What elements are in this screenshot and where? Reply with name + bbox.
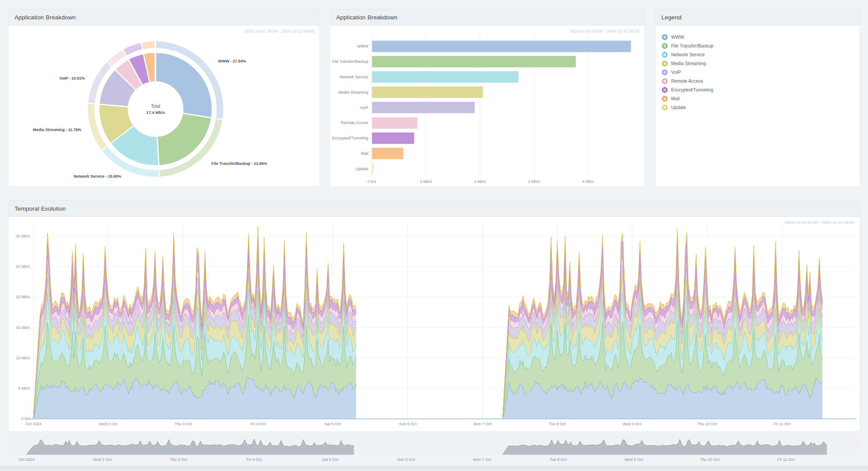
navigator-tick-label: Fri 11 Oct — [777, 457, 795, 462]
bar-file-transfer-backup[interactable] — [372, 56, 576, 67]
bar-remote-access[interactable] — [372, 117, 418, 128]
y-axis-tick-label: 5 Mb/s — [18, 386, 30, 391]
x-axis-tick-label: Tue 8 Oct — [548, 422, 566, 426]
navigator-tick-label: Wed 9 Oct — [625, 457, 643, 462]
legend-item-label: WWW — [671, 34, 684, 40]
navigator-tick-label: Sun 6 Oct — [397, 457, 415, 462]
bar-category-label: File Transfer/Backup — [332, 59, 368, 64]
donut-slice-label: VoIP - 10.91% — [59, 76, 85, 80]
time-range-label: 2024-10-01 00:00 - 2024-10-12 00:00 — [785, 220, 854, 225]
x-axis-tick-label: Wed 2 Oct — [99, 422, 118, 426]
bar-chart[interactable]: 0 b/s1 Mb/s2 Mb/s3 Mb/s4 Mb/sWWWFile Tra… — [330, 26, 645, 187]
panel-application-breakdown-donut: Application Breakdown 2024-10-01 00:00 -… — [8, 9, 320, 187]
bottom-scroll-strip[interactable] — [0, 465, 868, 471]
x-axis-tick-label: Wed 9 Oct — [623, 422, 642, 426]
panel-body: 2024-10-01 00:00 - 2024-10-12 00:00 WWW … — [8, 26, 320, 187]
bar-category-label: Update — [356, 167, 368, 171]
bar-x-tick-label: 2 Mb/s — [474, 179, 486, 184]
bar-category-label: Remote Access — [341, 120, 368, 125]
x-axis-tick-label: Fri 11 Oct — [774, 422, 791, 426]
legend-item-label: Mail — [671, 96, 679, 101]
panel-header: Temporal Evolution — [8, 201, 860, 217]
y-axis-tick-label: 15 Mb/s — [16, 325, 30, 330]
panel-temporal-evolution: Temporal Evolution 2024-10-01 00:00 - 20… — [8, 200, 860, 432]
donut-slice-label: Network Service - 15.60% — [73, 174, 121, 179]
donut-chart[interactable]: WWW - 27.54%File Transfer/Backup - 21.65… — [8, 26, 320, 187]
x-axis-tick-label: Sat 5 Oct — [324, 422, 341, 426]
navigator-tick-label: Fri 4 Oct — [247, 457, 262, 462]
panel-body: 2024-10-01 00:00 - 2024-10-12 00:00 0 b/… — [8, 217, 860, 432]
legend-item-update[interactable]: Update — [662, 103, 860, 112]
y-axis-tick-label: 10 Mb/s — [16, 356, 30, 360]
legend-item-label: Media Streaming — [671, 61, 706, 66]
y-axis-tick-label: 30 Mb/s — [16, 234, 30, 238]
stacked-area-chart[interactable]: 0 b/s5 Mb/s10 Mb/s15 Mb/s20 Mb/s25 Mb/s3… — [8, 217, 860, 432]
legend-dot-file-transfer-backup — [662, 43, 668, 49]
donut-outer-slice-mail[interactable] — [141, 41, 155, 50]
x-axis-tick-label: Fri 4 Oct — [251, 422, 266, 426]
legend-dot-www — [662, 34, 668, 40]
panel-header: Application Breakdown — [330, 9, 645, 26]
navigator-tick-label: Wed 2 Oct — [93, 457, 112, 462]
x-axis-tick-label: Sun 6 Oct — [399, 422, 417, 426]
navigator-chart[interactable]: Oct 2024Wed 2 OctThu 3 OctFri 4 OctSat 5… — [8, 434, 860, 465]
bar-encrypted-tunneling[interactable] — [372, 132, 414, 144]
legend-dot-media-streaming — [662, 61, 668, 66]
donut-center — [129, 83, 182, 135]
legend-item-encrypted-tunneling[interactable]: Encrypted/Tunneling — [662, 85, 860, 94]
navigator-tick-label: Thu 3 Oct — [170, 457, 187, 462]
donut-slice-label: File Transfer/Backup - 21.65% — [211, 161, 267, 166]
legend-item-label: Network Service — [671, 52, 705, 57]
timeline-navigator[interactable]: Oct 2024Wed 2 OctThu 3 OctFri 4 OctSat 5… — [8, 434, 860, 465]
navigator-tick-label: Thu 10 Oct — [700, 457, 720, 462]
legend-item-label: Encrypted/Tunneling — [671, 87, 713, 92]
bar-category-label: WWW — [357, 44, 369, 48]
time-range-label: 2024-10-01 00:00 - 2024-10-12 00:00 — [245, 29, 314, 33]
donut-slice-update[interactable] — [155, 52, 156, 82]
navigator-tick-label: Mon 7 Oct — [473, 457, 491, 462]
panel-header: Legend — [655, 9, 860, 26]
bar-www[interactable] — [372, 40, 631, 52]
time-range-label: 2024-10-01 00:00 - 2024-10-12 00:00 — [570, 29, 639, 33]
y-axis-tick-label: 20 Mb/s — [16, 295, 30, 299]
bar-voip[interactable] — [372, 102, 475, 113]
legend-item-remote-access[interactable]: Remote Access — [662, 77, 860, 85]
legend-item-label: File Transfer/Backup — [671, 43, 713, 48]
legend-dot-update — [662, 105, 668, 110]
donut-outer-slice-encrypted-tunneling[interactable] — [123, 43, 142, 56]
legend-dot-network-service — [662, 52, 668, 58]
bar-category-label: Media Streaming — [338, 90, 368, 95]
legend-item-mail[interactable]: Mail — [662, 94, 860, 103]
legend-item-network-service[interactable]: Network Service — [662, 50, 860, 59]
donut-slice-label: WWW - 27.54% — [218, 59, 246, 63]
legend-dot-voip — [662, 69, 668, 75]
bar-update[interactable] — [372, 163, 374, 175]
legend-item-voip[interactable]: VoIP — [662, 68, 860, 77]
legend-item-label: Update — [671, 105, 686, 110]
legend-item-media-streaming[interactable]: Media Streaming — [662, 59, 860, 68]
bar-x-tick-label: 1 Mb/s — [420, 179, 432, 184]
panel-title: Application Breakdown — [15, 14, 76, 21]
panel-title: Legend — [661, 14, 682, 21]
panel-title: Temporal Evolution — [15, 205, 66, 212]
panel-title: Application Breakdown — [336, 14, 397, 21]
bar-category-label: Encrypted/Tunneling — [332, 136, 368, 140]
donut-total-label: Total — [151, 104, 160, 109]
donut-outer-slice-update[interactable] — [155, 41, 156, 48]
navigator-tick-label: Sat 5 Oct — [322, 457, 338, 462]
navigator-tick-label: Oct 2024 — [18, 457, 35, 462]
x-axis-tick-label: Mon 7 Oct — [473, 422, 492, 426]
donut-slice-label: Media Streaming - 11.76% — [33, 128, 81, 132]
bar-category-label: VoIP — [360, 106, 368, 110]
bar-network-service[interactable] — [372, 71, 519, 83]
panel-application-breakdown-bars: Application Breakdown 2024-10-01 00:00 -… — [330, 9, 645, 187]
bar-media-streaming[interactable] — [372, 87, 483, 98]
legend-dot-encrypted-tunneling — [662, 87, 668, 93]
donut-total-value: 17.4 Mb/s — [146, 110, 165, 115]
bar-category-label: Network Service — [339, 75, 368, 79]
legend-dot-remote-access — [662, 78, 668, 84]
legend-item-file-transfer-backup[interactable]: File Transfer/Backup — [662, 41, 860, 50]
legend-item-label: VoIP — [671, 69, 681, 75]
legend-item-www[interactable]: WWW — [662, 33, 860, 41]
bar-mail[interactable] — [372, 148, 403, 159]
